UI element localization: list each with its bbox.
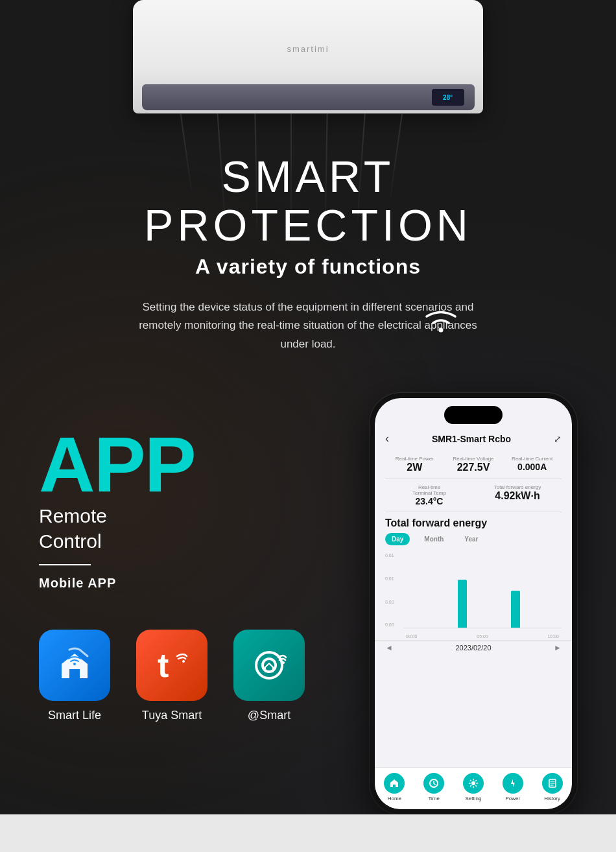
nav-history-icon xyxy=(542,773,563,794)
ac-brand: smartimi xyxy=(287,44,329,54)
svg-point-3 xyxy=(182,660,185,663)
main-text-section: SMART PROTECTION A variety of functions … xyxy=(0,113,616,373)
svg-point-6 xyxy=(282,661,285,664)
svg-point-4 xyxy=(256,652,282,678)
smart-life-label: Smart Life xyxy=(48,709,101,722)
date-nav: ◄ 2023/02/20 ► xyxy=(375,640,572,655)
stats-row-2: Real-timeTerminal Temp 23.4°C Total forw… xyxy=(385,484,562,506)
tab-day[interactable]: Day xyxy=(385,533,410,545)
svg-point-0 xyxy=(439,328,444,333)
stat-current-value: 0.000A xyxy=(503,462,562,472)
left-content: APP Remote Control Mobile APP xyxy=(39,412,350,722)
tuya-smart-svg: t xyxy=(151,645,193,687)
chart-bar-9 xyxy=(511,591,520,628)
stat-temp-label: Real-timeTerminal Temp xyxy=(385,484,473,496)
nav-time-icon xyxy=(423,773,444,794)
phone-device-title: SMR1-Smart Rcbo xyxy=(432,434,511,444)
chart-x-label-0: 00:00 xyxy=(406,634,418,639)
main-headline: SMART PROTECTION xyxy=(52,152,564,250)
tuya-smart-icon-box[interactable]: t xyxy=(136,630,207,701)
stats-row-1: Real-time Power 2W Real-time Voltage 227… xyxy=(385,456,562,473)
smart-life-item: Smart Life xyxy=(39,630,110,722)
stat-energy: Total forward energy 4.92kW·h xyxy=(473,484,562,506)
nav-setting-icon xyxy=(463,773,484,794)
ac-unit-container: smartimi 28° xyxy=(0,0,616,113)
stat-power-value: 2W xyxy=(385,462,444,473)
nav-history[interactable]: History xyxy=(542,773,563,801)
ac-unit-body: smartimi xyxy=(133,0,483,84)
stat-voltage-value: 227.5V xyxy=(444,462,503,473)
stat-current-label: Real-time Current xyxy=(503,456,562,462)
date-nav-label: 2023/02/20 xyxy=(455,644,491,652)
light-section xyxy=(0,814,616,852)
tab-year[interactable]: Year xyxy=(458,533,484,545)
mobile-app-label: Mobile APP xyxy=(39,576,350,591)
remote-control-text: Remote Control xyxy=(39,503,350,554)
lower-section: APP Remote Control Mobile APP xyxy=(0,412,616,814)
divider-line xyxy=(39,564,91,565)
stat-voltage: Real-time Voltage 227.5V xyxy=(444,456,503,473)
dark-section: smartimi 28° SMART PROTECTION A variety … xyxy=(0,0,616,814)
smart-life-icon-box[interactable] xyxy=(39,630,110,701)
at-smart-icon-box[interactable] xyxy=(233,630,305,701)
phone-container: ‹ SMR1-Smart Rcbo ⤢ Real-time Power 2W xyxy=(370,393,577,814)
app-title: APP xyxy=(39,425,350,503)
nav-home-icon xyxy=(384,773,405,794)
subheadline: A variety of functions xyxy=(52,255,564,279)
stat-power: Real-time Power 2W xyxy=(385,456,444,473)
app-icons-row: Smart Life t Tuya Smart xyxy=(39,630,350,722)
date-prev-btn[interactable]: ◄ xyxy=(385,643,393,652)
ac-unit-bottom: 28° xyxy=(142,84,475,110)
chart-bar-5 xyxy=(458,580,467,628)
divider-phone-1 xyxy=(385,479,562,479)
nav-home[interactable]: Home xyxy=(384,773,405,801)
svg-point-8 xyxy=(471,781,475,785)
stat-energy-label: Total forward energy xyxy=(473,484,562,490)
ac-display: 28° xyxy=(432,89,464,106)
svg-point-1 xyxy=(73,663,76,665)
stat-power-label: Real-time Power xyxy=(385,456,444,462)
date-next-btn[interactable]: ► xyxy=(554,643,562,652)
chart-x-label-1: 05:00 xyxy=(477,634,488,639)
nav-time[interactable]: Time xyxy=(423,773,444,801)
chart-x-label-2: 10:00 xyxy=(547,634,559,639)
nav-time-label: Time xyxy=(428,796,439,801)
at-smart-item: @Smart xyxy=(233,630,305,722)
stat-current: Real-time Current 0.000A xyxy=(503,456,562,473)
phone-outer: ‹ SMR1-Smart Rcbo ⤢ Real-time Power 2W xyxy=(370,393,577,814)
tab-month[interactable]: Month xyxy=(418,533,450,545)
wifi-icon xyxy=(421,305,460,340)
nav-setting-label: Setting xyxy=(466,796,482,801)
phone-bottom-nav: Home Time Setting xyxy=(375,767,572,809)
at-smart-svg xyxy=(248,645,290,687)
stat-temp-value: 23.4°C xyxy=(385,496,473,506)
svg-text:t: t xyxy=(158,646,169,684)
stat-voltage-label: Real-time Voltage xyxy=(444,456,503,462)
chart-section-title: Total forward energy xyxy=(385,517,562,529)
phone-back-btn[interactable]: ‹ xyxy=(385,432,389,445)
phone-stats-content: Real-time Power 2W Real-time Voltage 227… xyxy=(375,445,572,640)
nav-power-icon xyxy=(503,773,523,794)
stat-energy-value: 4.92kW·h xyxy=(473,490,562,502)
tuya-smart-label: Tuya Smart xyxy=(142,709,202,722)
nav-power[interactable]: Power xyxy=(503,773,523,801)
at-smart-label: @Smart xyxy=(248,709,290,722)
chart-area: 0.01 0.01 0.00 0.00 xyxy=(385,549,562,640)
smart-life-svg xyxy=(55,646,94,685)
nav-power-label: Power xyxy=(505,796,520,801)
nav-home-label: Home xyxy=(388,796,401,801)
tuya-smart-item: t Tuya Smart xyxy=(136,630,207,722)
ac-unit: smartimi 28° xyxy=(133,0,483,113)
divider-phone-2 xyxy=(385,512,562,512)
nav-setting[interactable]: Setting xyxy=(463,773,484,801)
phone-corner-icon: ⤢ xyxy=(554,434,562,444)
phone-chart-tabs: Day Month Year xyxy=(385,533,562,545)
phone-screen: ‹ SMR1-Smart Rcbo ⤢ Real-time Power 2W xyxy=(375,398,572,809)
dynamic-island xyxy=(444,406,503,424)
stat-temp: Real-timeTerminal Temp 23.4°C xyxy=(385,484,473,506)
nav-history-label: History xyxy=(544,796,560,801)
